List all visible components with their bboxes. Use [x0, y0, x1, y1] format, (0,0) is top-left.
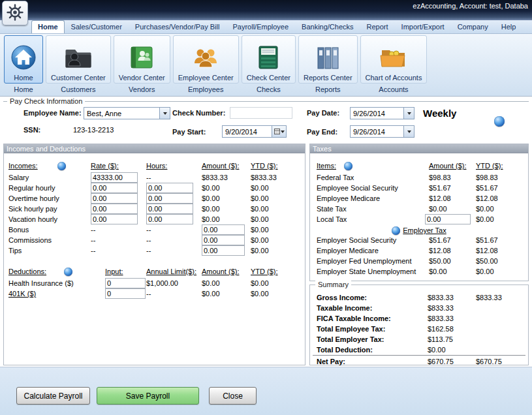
- toolbar-item-reports-center: Reports Center Reports: [298, 35, 358, 93]
- income-row-overtime-hourly: Overtime hourly $0.00 $0.00: [4, 194, 305, 204]
- chevron-down-icon[interactable]: [403, 126, 414, 137]
- check-number-input[interactable]: [230, 107, 292, 119]
- tax-ytd: $51.67: [476, 236, 498, 244]
- summary-label: Total Deduction:: [317, 346, 373, 354]
- tax-row-employee-social-security: Employee Social Security $51.67 $51.67: [310, 183, 528, 194]
- pay-end-label: Pay End:: [307, 128, 337, 136]
- summary-label: Net Pay:: [317, 358, 345, 365]
- tips-amount-input[interactable]: [202, 245, 245, 256]
- tab-purchases-vendor-pay-bill[interactable]: Purchases/Vendor/Pay Bill: [129, 20, 227, 33]
- summary-ytd: $833.33: [476, 294, 502, 301]
- chart-of-accounts-icon: [379, 44, 409, 72]
- incomes-help-globe-icon[interactable]: [57, 162, 66, 170]
- income-label: Overtime hourly: [8, 194, 59, 202]
- health-insurance-input[interactable]: [105, 278, 146, 288]
- regular-hourly-hours-input[interactable]: [146, 183, 193, 193]
- summary-label: Taxable Income:: [317, 304, 372, 312]
- tab-banking-checks[interactable]: Banking/Checks: [295, 20, 360, 33]
- summary-row-total-employee-tax: Total Employee Tax: $162.58: [310, 324, 528, 335]
- employee-center-button[interactable]: Employee Center: [173, 35, 239, 84]
- home-button-label: Home: [14, 74, 33, 82]
- pay-frequency-label: Weekly: [423, 108, 456, 119]
- calculate-payroll-button[interactable]: Calculate Payroll: [16, 387, 90, 405]
- ytd-column-header: YTD ($):: [251, 162, 278, 170]
- tab-import-export[interactable]: Import/Export: [395, 20, 451, 33]
- taxes-help-globe-icon[interactable]: [344, 162, 352, 170]
- deduction-label: 401K ($): [8, 290, 36, 298]
- income-amount: $0.00: [202, 194, 220, 202]
- tax-ytd: $12.08: [476, 247, 498, 254]
- tab-home[interactable]: Home: [31, 20, 65, 33]
- tab-payroll-employee[interactable]: Payroll/Employee: [226, 20, 295, 33]
- tax-label: State Tax: [317, 205, 347, 213]
- customer-center-button[interactable]: Customer Center: [46, 35, 111, 84]
- pay-start-label: Pay Start:: [172, 128, 206, 136]
- income-row-salary: Salary -- $833.33 $833.33: [4, 173, 305, 183]
- pay-start-datepicker[interactable]: 9/20/2014: [222, 125, 287, 138]
- close-button[interactable]: Close: [209, 387, 257, 405]
- paycheck-section-title: Pay Check Information: [7, 97, 85, 105]
- regular-hourly-rate-input[interactable]: [91, 183, 138, 193]
- tax-label: Employee Social Security: [317, 184, 398, 192]
- home-icon: [9, 44, 38, 72]
- bonus-amount-input[interactable]: [202, 224, 245, 235]
- tax-ytd: $12.08: [476, 194, 498, 202]
- income-rate: --: [91, 226, 95, 234]
- income-hours: --: [146, 236, 151, 244]
- income-amount: $0.00: [202, 205, 220, 213]
- toolbar-item-home: Home Home: [4, 35, 43, 93]
- chart-of-accounts-button[interactable]: Chart of Accounts: [360, 35, 428, 84]
- checks-caption: Checks: [257, 85, 281, 93]
- paycheck-help-globe-icon[interactable]: [494, 116, 505, 127]
- tax-row-state: State Tax $0.00 $0.00: [310, 204, 528, 215]
- 401k-input[interactable]: [105, 288, 146, 299]
- summary-row-gross-income: Gross Income: $833.33 $833.33: [310, 293, 528, 303]
- summary-row-net-pay: Net Pay: $670.75 $670.75: [310, 357, 528, 367]
- app-menu-button[interactable]: [2, 1, 28, 25]
- chevron-down-icon[interactable]: [159, 108, 170, 119]
- tab-sales-customer[interactable]: Sales/Customer: [65, 20, 129, 33]
- tab-report[interactable]: Report: [360, 20, 395, 33]
- summary-label: Gross Income:: [317, 294, 367, 301]
- ytd-column-header: YTD ($):: [251, 268, 278, 275]
- home-button[interactable]: Home: [4, 35, 43, 84]
- check-center-button[interactable]: Check Center: [242, 35, 296, 84]
- summary-value: $833.33: [428, 304, 454, 312]
- vacation-hourly-hours-input[interactable]: [146, 214, 193, 224]
- overtime-hourly-rate-input[interactable]: [91, 193, 138, 204]
- toolbar-item-check-center: Check Center Checks: [242, 35, 296, 93]
- summary-row-total-employer-tax: Total Employer Tax: $113.75: [310, 335, 528, 345]
- sick-hourly-rate-input[interactable]: [91, 204, 138, 214]
- employee-name-label: Employee Name:: [23, 109, 82, 117]
- vacation-hourly-rate-input[interactable]: [91, 214, 138, 224]
- deductions-help-globe-icon[interactable]: [64, 268, 72, 276]
- reports-center-button[interactable]: Reports Center: [298, 35, 358, 84]
- employee-name-dropdown[interactable]: Best, Anne: [84, 107, 170, 119]
- summary-box: Summary Gross Income: $833.33 $833.33 Ta…: [309, 284, 529, 365]
- deduction-ytd: $0.00: [251, 279, 269, 287]
- overtime-hourly-hours-input[interactable]: [146, 193, 193, 204]
- reports-center-label: Reports Center: [304, 74, 352, 82]
- tab-company[interactable]: Company: [451, 20, 495, 33]
- input-column-header: Input:: [105, 268, 123, 275]
- vendor-center-icon: [127, 44, 157, 72]
- vendor-center-button[interactable]: Vendor Center: [114, 35, 170, 84]
- tab-help[interactable]: Help: [495, 20, 523, 33]
- local-tax-input[interactable]: [425, 214, 471, 224]
- calendar-icon[interactable]: [272, 126, 286, 137]
- salary-rate-input[interactable]: [91, 172, 138, 183]
- pay-date-dropdown[interactable]: 9/26/2014: [350, 107, 415, 119]
- pay-end-dropdown[interactable]: 9/26/2014: [350, 125, 415, 138]
- income-ytd: $0.00: [251, 194, 269, 202]
- sick-hourly-hours-input[interactable]: [146, 204, 193, 214]
- toolbar-item-employee-center: Employee Center Employees: [173, 35, 239, 93]
- save-payroll-button[interactable]: Save Payroll: [97, 387, 199, 405]
- check-number-label: Check Number:: [172, 109, 225, 117]
- chevron-down-icon[interactable]: [403, 108, 414, 119]
- toolbar-item-chart-of-accounts: Chart of Accounts Accounts: [360, 35, 428, 93]
- employer-tax-help-globe-icon[interactable]: [392, 226, 400, 235]
- menu-tabbar: Home Sales/Customer Purchases/Vendor/Pay…: [0, 20, 532, 34]
- commissions-amount-input[interactable]: [202, 235, 245, 245]
- tax-amount: $50.00: [429, 257, 451, 265]
- summary-title: Summary: [315, 281, 351, 288]
